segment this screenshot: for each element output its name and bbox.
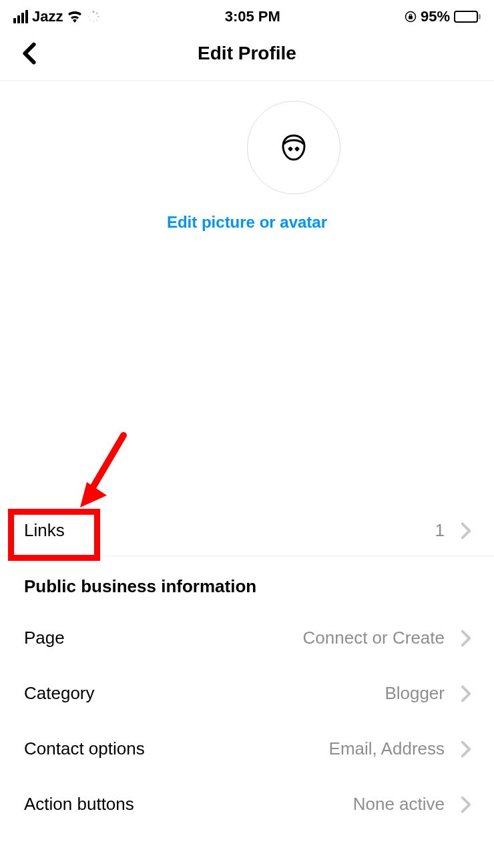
chevron-right-icon bbox=[461, 685, 471, 702]
svg-point-6 bbox=[88, 16, 89, 17]
chevron-right-icon bbox=[461, 740, 471, 758]
spacer bbox=[0, 252, 494, 505]
category-label: Category bbox=[24, 683, 95, 704]
avatar-circle[interactable] bbox=[247, 101, 340, 194]
avatar-section: Edit picture or avatar bbox=[0, 81, 494, 252]
business-section-title: Public business information bbox=[0, 556, 494, 610]
status-bar: Jazz 3:05 PM 95% bbox=[0, 0, 494, 31]
chevron-right-icon bbox=[461, 630, 471, 647]
svg-point-1 bbox=[96, 12, 98, 14]
action-buttons-row[interactable]: Action buttons None active bbox=[0, 777, 494, 832]
orientation-lock-icon bbox=[405, 11, 417, 23]
signal-icon bbox=[13, 10, 28, 23]
battery-icon bbox=[454, 11, 481, 23]
contact-options-row[interactable]: Contact options Email, Address bbox=[0, 721, 494, 777]
edit-picture-link[interactable]: Edit picture or avatar bbox=[167, 213, 327, 232]
back-button[interactable] bbox=[16, 40, 43, 67]
action-buttons-value: None active bbox=[353, 794, 445, 815]
svg-point-0 bbox=[93, 11, 95, 13]
status-left: Jazz bbox=[13, 8, 100, 25]
category-value: Blogger bbox=[385, 683, 445, 704]
status-right: 95% bbox=[405, 8, 481, 25]
category-row[interactable]: Category Blogger bbox=[0, 666, 494, 721]
page-title: Edit Profile bbox=[198, 43, 296, 64]
links-row[interactable]: Links 1 bbox=[0, 505, 494, 556]
svg-rect-9 bbox=[409, 16, 413, 19]
links-label: Links bbox=[24, 520, 65, 541]
page-label: Page bbox=[24, 628, 65, 648]
svg-point-5 bbox=[89, 19, 91, 21]
chevron-left-icon bbox=[16, 40, 43, 67]
svg-point-4 bbox=[93, 21, 94, 23]
avatar-face-icon bbox=[278, 132, 310, 164]
wifi-icon bbox=[67, 11, 83, 23]
status-time: 3:05 PM bbox=[225, 8, 280, 25]
loading-icon bbox=[87, 10, 100, 23]
chevron-right-icon bbox=[461, 522, 471, 539]
action-buttons-label: Action buttons bbox=[24, 794, 134, 815]
svg-point-3 bbox=[97, 19, 98, 21]
page-value: Connect or Create bbox=[303, 628, 445, 648]
links-value: 1 bbox=[435, 520, 445, 541]
svg-point-7 bbox=[89, 13, 91, 14]
nav-header: Edit Profile bbox=[0, 31, 494, 81]
chevron-right-icon bbox=[461, 796, 471, 813]
contact-options-label: Contact options bbox=[24, 738, 145, 759]
carrier-label: Jazz bbox=[32, 8, 63, 25]
battery-percent: 95% bbox=[421, 8, 450, 25]
page-row[interactable]: Page Connect or Create bbox=[0, 610, 494, 666]
svg-point-2 bbox=[98, 16, 100, 18]
contact-options-value: Email, Address bbox=[329, 738, 445, 759]
